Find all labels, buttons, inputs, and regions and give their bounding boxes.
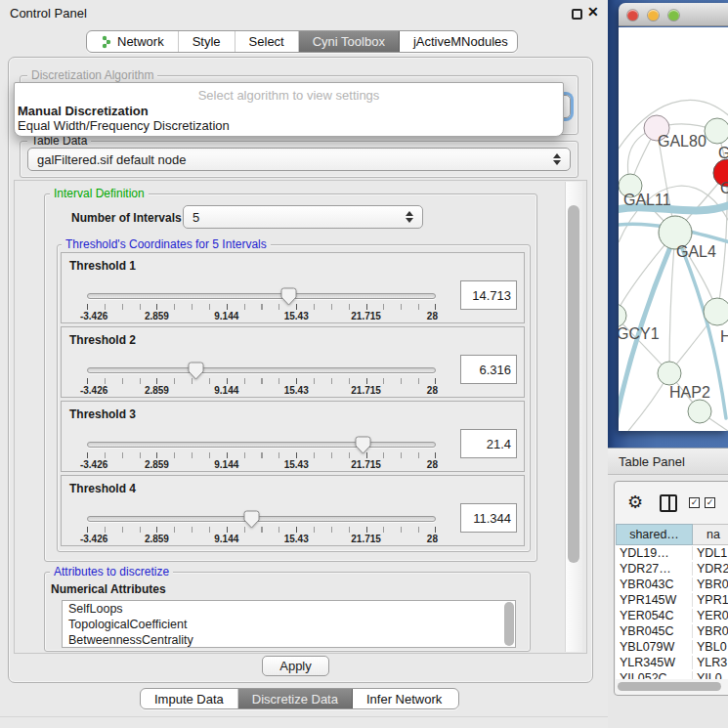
network-node-hap2[interactable]	[658, 362, 681, 385]
table-row[interactable]: YBR045CYBR0	[616, 623, 728, 639]
tab-select-label: Select	[249, 34, 284, 49]
cell[interactable]: YDR2	[693, 562, 728, 576]
table-row[interactable]: YBR043CYBR0	[616, 577, 728, 592]
slider-ticks	[87, 527, 436, 533]
threshold-2-slider[interactable]: -3.426 2.859 9.144 15.43 21.715 28	[87, 363, 436, 398]
cell[interactable]: YBR043C	[616, 578, 693, 591]
top-tab-bar: Network Style Select Cyni Toolbox jActiv…	[86, 30, 518, 53]
tick-label: 21.715	[351, 534, 381, 544]
list-scrollbar-thumb[interactable]	[504, 602, 514, 646]
cell[interactable]: YBR0	[693, 624, 728, 638]
table-row[interactable]: YPR145WYPR1	[616, 592, 728, 608]
zoom-traffic-light-icon[interactable]	[668, 10, 679, 21]
table-row[interactable]: YIL052CYIL0	[616, 670, 728, 679]
gear-icon[interactable]: ⚙	[627, 492, 643, 513]
network-node[interactable]	[705, 118, 728, 144]
table-data-combobox[interactable]: galFiltered.sif default node	[27, 148, 571, 171]
checkbox-icon[interactable]: ✓	[705, 497, 715, 508]
threshold-1-label: Threshold 1	[69, 259, 136, 273]
table-panel-header: Table Panel	[608, 448, 728, 475]
cell[interactable]: YDL1	[693, 546, 728, 560]
table-row[interactable]: YER054CYER0	[616, 608, 728, 623]
cell[interactable]: YIL052C	[616, 671, 693, 679]
apply-button[interactable]: Apply	[262, 656, 329, 676]
list-item[interactable]: BetweennessCentrality	[63, 632, 515, 648]
cell[interactable]: YBL079W	[616, 640, 693, 654]
column-header-shared[interactable]: shared…	[616, 524, 693, 545]
cell[interactable]: YPR1	[693, 593, 728, 607]
cell[interactable]: YBL0	[693, 640, 728, 654]
minimize-traffic-light-icon[interactable]	[648, 10, 659, 21]
number-of-intervals-combobox[interactable]: 5	[183, 205, 423, 229]
float-window-icon[interactable]	[572, 9, 582, 20]
close-traffic-light-icon[interactable]	[627, 10, 638, 21]
slider-ticks	[87, 304, 436, 310]
tick-label: -3.426	[80, 311, 107, 321]
popup-prompt: Select algorithm to view settings	[15, 88, 563, 103]
horizontal-scrollbar-thumb[interactable]	[618, 682, 721, 691]
network-node[interactable]	[704, 298, 728, 325]
cell[interactable]: YIL0	[693, 671, 728, 679]
tab-jactivemnodules[interactable]: jActiveMNodules	[400, 31, 518, 52]
list-item[interactable]: SelfLoops	[63, 601, 515, 617]
checkbox-icon[interactable]: ✓	[689, 497, 700, 508]
node-label-clipped: C	[720, 180, 728, 197]
slider-track[interactable]	[87, 442, 436, 448]
tab-network[interactable]: Network	[87, 31, 179, 52]
slider-track[interactable]	[87, 293, 436, 299]
cell[interactable]: YER054C	[616, 609, 693, 622]
threshold-3-value-field[interactable]: 21.4	[460, 429, 517, 458]
table-panel-title: Table Panel	[619, 454, 685, 469]
cell[interactable]: YER0	[693, 609, 728, 622]
cell[interactable]: YLR345W	[616, 656, 693, 669]
network-window-titlebar[interactable]	[619, 3, 728, 26]
cell[interactable]: YLR3	[693, 656, 728, 669]
popup-option-manual[interactable]: Manual Discretization	[18, 104, 149, 118]
cell[interactable]: YDR27…	[616, 562, 693, 576]
threshold-1-value-field[interactable]: 14.713	[460, 280, 517, 310]
table-row[interactable]: YDR27…YDR2	[616, 561, 728, 577]
list-item[interactable]: TopologicalCoefficient	[63, 617, 515, 632]
slider-ticks	[87, 378, 436, 384]
tab-infer-network[interactable]: Infer Network	[353, 689, 455, 708]
tab-cyni-toolbox[interactable]: Cyni Toolbox	[299, 31, 400, 52]
vertical-scrollbar-thumb[interactable]	[568, 205, 579, 563]
slider-track[interactable]	[87, 516, 436, 522]
popup-option-equal-width[interactable]: Equal Width/Frequency Discretization	[18, 118, 230, 133]
tick-label: -3.426	[80, 385, 107, 396]
network-canvas[interactable]: GAL80 GA C GAL11 GAL4 GCY1 H HAP2	[619, 27, 728, 431]
cell[interactable]: YDL19…	[616, 546, 693, 560]
split-view-icon[interactable]	[660, 494, 677, 512]
table-row[interactable]: YLR345WYLR3	[616, 655, 728, 670]
slider-track[interactable]	[87, 367, 436, 373]
cell[interactable]: YBR0	[693, 578, 728, 591]
threshold-3-slider[interactable]: -3.426 2.859 9.144 15.43 21.715 28	[87, 437, 436, 472]
close-icon[interactable]: ✕	[587, 4, 599, 20]
cell[interactable]: YBR045C	[616, 624, 693, 638]
threshold-4-value-field[interactable]: 11.344	[460, 503, 517, 533]
column-header-name[interactable]: na	[693, 524, 728, 545]
tab-style[interactable]: Style	[179, 31, 236, 52]
panel-title: Control Panel	[10, 6, 87, 21]
tick-label: 15.43	[284, 459, 309, 470]
network-node-gcy1[interactable]	[619, 304, 626, 327]
tick-label: 28	[427, 385, 438, 396]
tab-select[interactable]: Select	[236, 31, 299, 52]
threshold-2-value-field[interactable]: 6.316	[460, 355, 517, 384]
bottom-tab-bar: Impute Data Discretize Data Infer Networ…	[140, 688, 459, 709]
threshold-3-panel: Threshold 3 -3.426 2.859 9.144 15.43 21.…	[61, 401, 525, 472]
tick-label: 9.144	[214, 311, 238, 321]
number-of-intervals-label: Number of Intervals	[71, 211, 182, 225]
cell[interactable]: YPR145W	[616, 593, 693, 607]
tab-impute-data[interactable]: Impute Data	[141, 689, 238, 708]
tab-discretize-data[interactable]: Discretize Data	[238, 689, 353, 708]
tab-style-label: Style	[193, 34, 221, 49]
discretization-algorithm-title: Discretization Algorithm	[27, 68, 157, 82]
table-row[interactable]: YDL19…YDL1	[616, 545, 728, 561]
threshold-1-slider[interactable]: -3.426 2.859 9.144 15.43 21.715 28	[87, 288, 436, 323]
network-view-window: GAL80 GA C GAL11 GAL4 GCY1 H HAP2	[619, 3, 728, 431]
threshold-4-slider[interactable]: -3.426 2.859 9.144 15.43 21.715 28	[87, 511, 436, 546]
network-node[interactable]	[688, 400, 711, 423]
tick-label: -3.426	[80, 459, 107, 470]
table-row[interactable]: YBL079WYBL0	[616, 639, 728, 655]
